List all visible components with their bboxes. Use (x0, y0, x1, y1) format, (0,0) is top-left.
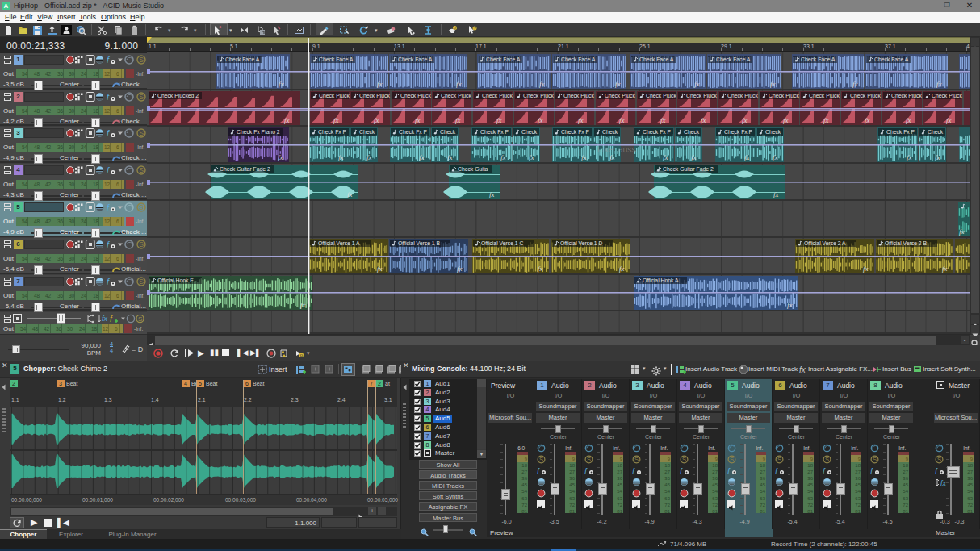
svg-text:Check Pluck: Check Pluck (727, 93, 758, 98)
svg-text:Check Pluck: Check Pluck (441, 93, 471, 98)
svg-text:Check Plucked 2: Check Plucked 2 (157, 93, 199, 98)
svg-text:fx: fx (865, 116, 870, 124)
svg-text:Official Verse 1 D: Official Verse 1 D (560, 240, 602, 246)
svg-text:S: S (730, 456, 734, 463)
svg-text:f: f (110, 315, 113, 324)
svg-text:fx: fx (279, 80, 284, 88)
svg-text:Check Face A: Check Face A (639, 56, 674, 62)
svg-text:fx: fx (770, 80, 776, 88)
svg-text:fx: fx (660, 116, 666, 124)
svg-text:fx: fx (300, 301, 306, 309)
svg-text:fx: fx (377, 265, 383, 273)
svg-text:S: S (873, 456, 877, 463)
svg-text:fx: fx (374, 116, 379, 124)
svg-text:f: f (775, 467, 778, 476)
svg-text:fx: fx (619, 116, 625, 124)
svg-text:Check Pluck: Check Pluck (850, 93, 881, 98)
svg-text:f: f (632, 467, 635, 476)
svg-text:Check Fx P: Check Fx P (561, 129, 590, 135)
svg-text:fx: fx (529, 153, 534, 161)
svg-text:Check Face A: Check Face A (225, 56, 260, 62)
svg-text:Check Guitar Fade 2: Check Guitar Fade 2 (220, 166, 270, 172)
svg-text:Check Fx P: Check Fx P (724, 129, 753, 135)
svg-text:fx: fx (415, 116, 421, 124)
svg-text:Check Face A: Check Face A (486, 56, 521, 62)
svg-text:Check Pluck: Check Pluck (686, 93, 717, 98)
svg-text:S: S (139, 56, 144, 64)
svg-text:S: S (634, 456, 639, 463)
svg-text:Check: Check (359, 129, 375, 135)
svg-text:f: f (107, 202, 110, 212)
svg-text:Check Face A: Check Face A (716, 56, 751, 62)
svg-text:Check Pluck: Check Pluck (809, 93, 840, 98)
svg-text:Official Hook A: Official Hook A (643, 278, 679, 283)
svg-text:Check Pluck: Check Pluck (932, 93, 962, 98)
svg-text:fx: fx (284, 116, 290, 124)
svg-text:fx: fx (619, 265, 625, 273)
svg-text:ttiker auss: ttiker auss (597, 144, 636, 154)
svg-text:fx: fx (338, 153, 344, 161)
svg-text:Check Pluck: Check Pluck (400, 93, 431, 98)
svg-text:Check Fx P: Check Fx P (399, 129, 428, 135)
svg-text:fx: fx (278, 153, 283, 161)
svg-text:Check Pluck: Check Pluck (563, 93, 594, 98)
svg-text:fx: fx (578, 116, 584, 124)
svg-text:fx: fx (538, 116, 543, 124)
svg-text:fx: fx (907, 153, 912, 161)
svg-text:fx: fx (940, 479, 946, 487)
svg-text:S: S (825, 456, 829, 463)
svg-text:fx: fx (863, 265, 869, 273)
svg-text:f: f (935, 467, 938, 476)
svg-text:Check Fx Piano 2: Check Fx Piano 2 (237, 129, 280, 135)
svg-text:Check Pluck: Check Pluck (523, 93, 554, 98)
svg-text:S: S (682, 456, 686, 463)
svg-text:fx: fx (942, 265, 948, 273)
svg-text:Check Pluck: Check Pluck (359, 93, 390, 98)
svg-text:fx: fx (456, 80, 462, 88)
svg-text:fx: fx (773, 190, 779, 198)
svg-text:fx: fx (102, 315, 108, 323)
svg-text:f: f (680, 467, 683, 476)
svg-text:fx: fx (663, 153, 668, 161)
svg-text:fx: fx (701, 116, 706, 124)
svg-text:Check Face A: Check Face A (319, 56, 354, 62)
svg-text:f: f (107, 92, 110, 102)
svg-text:Check Face A: Check Face A (561, 56, 596, 62)
svg-text:fx: fx (538, 265, 543, 273)
svg-text:S: S (587, 456, 591, 463)
svg-text:fx: fx (496, 116, 502, 124)
svg-text:Check Face A: Check Face A (801, 56, 836, 62)
svg-text:S: S (138, 315, 142, 323)
svg-text:Check: Check (928, 129, 944, 135)
svg-text:fx: fx (742, 116, 748, 124)
svg-text:Check: Check (765, 129, 781, 135)
svg-text:f: f (107, 55, 110, 65)
svg-text:f: f (107, 165, 110, 175)
svg-text:Check Guita: Check Guita (458, 166, 488, 172)
svg-text:fx: fx (347, 190, 353, 198)
svg-text:fx: fx (852, 80, 858, 88)
svg-text:f: f (107, 128, 110, 138)
svg-text:f: f (107, 240, 110, 249)
svg-text:fx: fx (773, 153, 778, 161)
svg-text:Check Pluck: Check Pluck (891, 93, 922, 98)
svg-text:fx: fx (906, 116, 911, 124)
svg-text:S: S (139, 129, 144, 137)
svg-text:Check Fx P: Check Fx P (643, 129, 672, 135)
svg-text:Official Verse 1 B: Official Verse 1 B (398, 240, 440, 246)
svg-text:Check Fx P: Check Fx P (480, 129, 509, 135)
svg-text:fx: fx (787, 301, 793, 309)
svg-text:Check: Check (521, 129, 538, 135)
svg-text:Official Verse 1 C: Official Verse 1 C (481, 240, 523, 246)
svg-text:fx: fx (455, 116, 461, 124)
svg-text:fx: fx (457, 265, 463, 273)
svg-text:fx: fx (936, 80, 942, 88)
svg-text:S: S (139, 278, 144, 286)
svg-text:fx: fx (366, 153, 372, 161)
svg-text:S: S (539, 456, 543, 463)
svg-text:Check Guitar Fade 2: Check Guitar Fade 2 (663, 166, 714, 172)
svg-text:fx: fx (447, 153, 453, 161)
svg-text:S: S (937, 456, 941, 463)
svg-text:= D: = D (132, 345, 144, 353)
svg-text:Check Pluck: Check Pluck (646, 93, 676, 98)
